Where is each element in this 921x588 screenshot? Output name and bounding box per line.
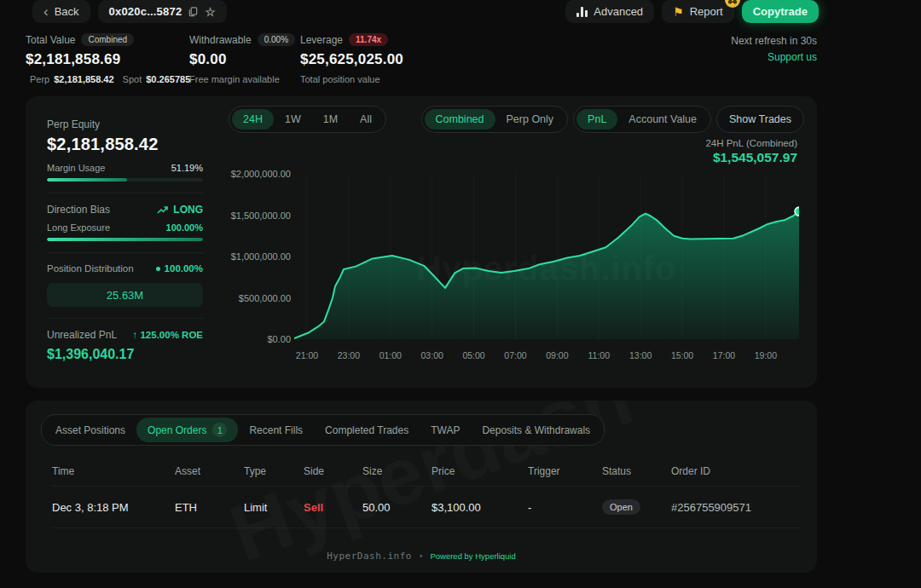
y-axis-tick: $2,000,000.00 (231, 169, 291, 179)
table-header-row: Time Asset Type Side Size Price Trigger … (52, 457, 800, 486)
status-badge: Open (602, 499, 640, 515)
col-price: Price (432, 465, 528, 477)
leverage-sub: Total position value (300, 74, 403, 84)
copytrade-button[interactable]: Copytrade (742, 0, 819, 23)
powered-by-link[interactable]: Powered by Hyperliquid (430, 551, 515, 561)
cell-time: Dec 3, 8:18 PM (52, 501, 175, 514)
top-bar: ‹ Back 0x020c...5872 ☆ Advanced ⚑ Report… (32, 0, 819, 23)
direction-bias-value: LONG (173, 204, 203, 216)
long-exposure-label: Long Exposure (47, 222, 110, 233)
tab-pnl[interactable]: PnL (576, 109, 617, 130)
direction-bias-label: Direction Bias (47, 204, 110, 216)
roe-value: ↑ 125.00% ROE (133, 330, 203, 340)
tab-deposits-withdrawals[interactable]: Deposits & Withdrawals (471, 419, 601, 441)
chart-endpoint-marker (795, 207, 799, 216)
long-exposure-bar (47, 238, 203, 241)
tab-account-value[interactable]: Account Value (617, 109, 708, 130)
col-status: Status (602, 465, 671, 477)
trend-up-icon (157, 205, 169, 215)
total-value-stat: Total Value Combined $2,181,858.69 Perp … (26, 33, 189, 84)
long-exposure-value: 100.00% (166, 222, 203, 233)
position-distribution-label: Position Distribution (47, 263, 134, 274)
orders-card: Hyperdash Asset Positions Open Orders 1 … (26, 401, 817, 573)
card-footer: HyperDash.info • Powered by Hyperliquid (26, 551, 817, 562)
tab-perp-only[interactable]: Perp Only (495, 109, 565, 130)
footer-separator: • (420, 551, 423, 561)
tab-twap[interactable]: TWAP (420, 419, 471, 441)
margin-usage-bar (47, 178, 203, 182)
x-axis-tick: 11:00 (578, 350, 619, 360)
pnl-area-chart[interactable] (294, 170, 799, 344)
x-axis-labels: 21:0023:0001:0003:0005:0007:0009:0011:00… (294, 350, 799, 364)
open-orders-count-badge: 1 (212, 423, 227, 437)
tab-completed-trades[interactable]: Completed Trades (314, 419, 420, 441)
margin-usage-value: 51.19% (171, 163, 203, 173)
tab-recent-fills[interactable]: Recent Fills (238, 419, 314, 441)
x-axis-tick: 07:00 (495, 350, 536, 360)
col-type: Type (244, 465, 304, 477)
col-trigger: Trigger (528, 465, 602, 477)
copy-icon[interactable] (188, 6, 199, 17)
withdrawable-label: Withdrawable (189, 34, 252, 46)
spot-label: Spot (123, 74, 142, 84)
tab-open-orders[interactable]: Open Orders 1 (136, 418, 238, 442)
advanced-label: Advanced (594, 5, 643, 18)
x-axis-tick: 21:00 (287, 350, 327, 360)
report-button[interactable]: ⚑ Report (662, 0, 734, 23)
tab-range-24h[interactable]: 24H (232, 109, 274, 130)
show-trades-button[interactable]: Show Trades (716, 106, 804, 133)
tab-combined[interactable]: Combined (425, 109, 495, 130)
pnl-period-value: $1,545,057.97 (713, 150, 797, 165)
position-distribution-bar: 25.63M (47, 283, 203, 307)
leverage-label: Leverage (300, 34, 343, 46)
pnl-period-label: 24H PnL (Combined) (705, 138, 797, 148)
metric-tabs: PnL Account Value (573, 106, 711, 133)
y-axis-tick: $500,000.00 (239, 293, 291, 303)
x-axis-tick: 17:00 (704, 350, 744, 360)
spot-value: $0.265785 (146, 74, 190, 84)
x-axis-tick: 19:00 (745, 350, 786, 360)
copytrade-label: Copytrade (753, 5, 808, 18)
leverage-badge: 11.74x (349, 33, 388, 46)
advanced-button[interactable]: Advanced (565, 0, 654, 23)
x-axis-tick: 13:00 (620, 350, 661, 360)
long-exposure-bar-fill (47, 238, 203, 241)
y-axis-tick: $1,500,000.00 (231, 210, 291, 221)
total-value-label: Total Value (26, 34, 75, 46)
withdrawable-amount: $0.00 (189, 51, 300, 68)
report-label: Report (690, 5, 723, 18)
report-emoji-badge (725, 0, 740, 8)
withdrawable-stat: Withdrawable 0.00% $0.00 Free margin ava… (189, 33, 300, 84)
cell-side: Sell (304, 501, 362, 514)
tab-asset-positions[interactable]: Asset Positions (44, 419, 136, 441)
chart-view-controls: Combined Perp Only PnL Account Value Sho… (421, 106, 804, 133)
wallet-address-pill[interactable]: 0x020c...5872 ☆ (98, 0, 228, 23)
y-axis-labels: $2,000,000.00$1,500,000.00$1,000,000.00$… (222, 170, 291, 344)
flag-icon: ⚑ (673, 6, 684, 18)
total-value-amount: $2,181,858.69 (26, 51, 189, 68)
bar-chart-icon (576, 7, 588, 17)
col-order-id: Order ID (671, 465, 800, 477)
back-button[interactable]: ‹ Back (32, 0, 90, 23)
divider (47, 193, 203, 193)
account-stats-row: Total Value Combined $2,181,858.69 Perp … (26, 33, 403, 84)
margin-usage-bar-fill (47, 178, 127, 182)
tab-range-1m[interactable]: 1M (312, 109, 349, 130)
leverage-amount: $25,625,025.00 (300, 51, 403, 68)
support-us-link[interactable]: Support us (768, 51, 817, 63)
tab-range-1w[interactable]: 1W (274, 109, 312, 130)
tab-range-all[interactable]: All (349, 109, 383, 130)
favorite-star-icon[interactable]: ☆ (205, 6, 216, 18)
y-axis-tick: $0.00 (267, 334, 291, 344)
x-axis-tick: 03:00 (412, 350, 453, 360)
perp-label: Perp (30, 74, 49, 84)
chevron-left-icon: ‹ (43, 6, 49, 18)
back-label: Back (55, 5, 79, 18)
table-row[interactable]: Dec 3, 8:18 PM ETH Limit Sell 50.00 $3,1… (52, 486, 800, 528)
withdrawable-sub: Free margin available (189, 74, 300, 84)
open-orders-table: Time Asset Type Side Size Price Trigger … (52, 457, 800, 528)
cell-type: Limit (244, 501, 304, 514)
x-axis-tick: 15:00 (662, 350, 703, 360)
col-asset: Asset (175, 465, 244, 477)
hyperdash-brand: HyperDash.info (327, 551, 412, 562)
